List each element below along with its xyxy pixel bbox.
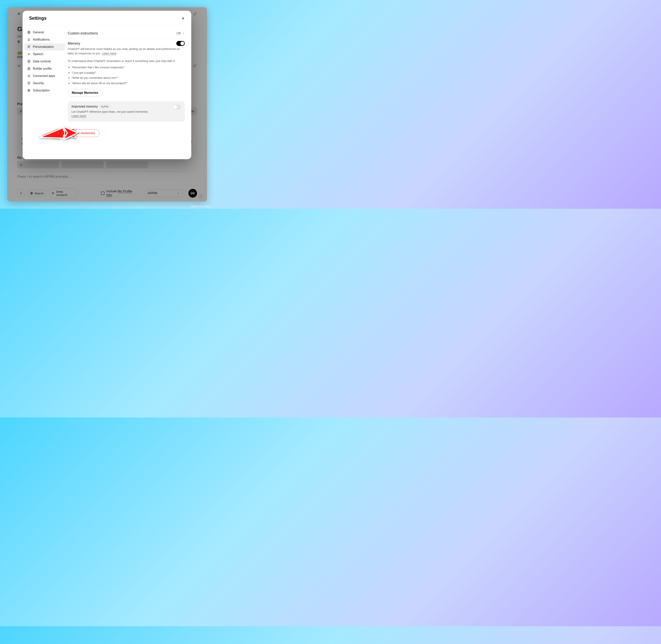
- learn-more-link[interactable]: Learn more: [72, 114, 86, 117]
- sidebar-item-personalization[interactable]: Personalization: [24, 43, 65, 50]
- memory-example: “Remember that I like concise responses.…: [72, 65, 185, 70]
- bell-icon: [27, 38, 31, 41]
- custom-instructions-value: Off: [176, 32, 181, 35]
- sidebar-item-subscription[interactable]: Subscription: [24, 87, 65, 94]
- memory-toggle[interactable]: [176, 41, 185, 46]
- sidebar-item-general[interactable]: General: [24, 29, 65, 36]
- chevron-right-icon: [182, 32, 185, 35]
- sidebar-item-label: General: [33, 31, 44, 34]
- sidebar-item-connected-apps[interactable]: Connected apps: [24, 72, 65, 79]
- svg-point-15: [28, 76, 28, 77]
- memory-example: “Where did we leave off on my last proje…: [72, 80, 185, 86]
- svg-point-17: [29, 83, 29, 83]
- improved-memory-toggle[interactable]: [172, 105, 181, 110]
- sidebar-item-label: Speech: [33, 52, 43, 56]
- svg-marker-21: [40, 128, 65, 138]
- svg-point-7: [28, 32, 29, 33]
- waveform-icon: [27, 52, 31, 56]
- sidebar-item-label: Subscription: [33, 89, 50, 92]
- alpha-badge: ALPHA: [100, 105, 110, 108]
- sidebar-item-notifications[interactable]: Notifications: [24, 36, 65, 43]
- modal-title: Settings: [29, 16, 46, 21]
- gear-icon: [27, 31, 31, 34]
- memory-examples: “Remember that I like concise responses.…: [72, 65, 185, 86]
- annotation-arrow: [38, 122, 78, 143]
- sidebar-item-label: Builder profile: [33, 67, 52, 70]
- svg-point-13: [28, 75, 28, 75]
- memory-label: Memory: [68, 42, 80, 46]
- star-gear-icon: [27, 89, 31, 92]
- apps-icon: [27, 74, 31, 78]
- database-icon: [27, 60, 31, 63]
- improved-memory-card: Improved memory ALPHA Let ChatGPT refere…: [68, 101, 185, 122]
- sidebar-item-label: Data controls: [33, 60, 51, 63]
- id-card-icon: [27, 67, 31, 70]
- sidebar-item-label: Security: [33, 82, 44, 85]
- custom-instructions-label: Custom instructions: [68, 31, 98, 36]
- sidebar-item-label: Personalization: [33, 45, 54, 49]
- svg-marker-22: [63, 126, 77, 140]
- memory-example: “I just got a puppy!”: [72, 70, 185, 75]
- improved-memory-desc: Let ChatGPT reference past chats, not ju…: [72, 110, 170, 118]
- close-button[interactable]: [181, 17, 185, 20]
- sidebar-item-speech[interactable]: Speech: [24, 50, 65, 58]
- sidebar-item-data-controls[interactable]: Data controls: [24, 58, 65, 65]
- manage-memories-button[interactable]: Manage Memories: [68, 89, 102, 97]
- svg-point-8: [28, 46, 29, 47]
- sidebar-item-label: Connected apps: [33, 74, 55, 78]
- learn-more-link[interactable]: Learn more: [102, 52, 117, 55]
- svg-point-14: [29, 75, 30, 75]
- svg-point-12: [29, 68, 29, 69]
- svg-point-9: [29, 46, 30, 46]
- sidebar-item-security[interactable]: Security: [24, 79, 65, 87]
- improved-memory-title: Improved memory: [72, 105, 98, 109]
- memory-example: “What do you remember about me?”: [72, 75, 185, 80]
- memory-description-1: ChatGPT will become more helpful as you …: [68, 47, 185, 56]
- settings-main: Custom instructions Off Memory ChatGPT w…: [67, 25, 191, 159]
- image-credit: ©btibor91 (Tibor Blaho): [191, 206, 211, 208]
- custom-instructions-row[interactable]: Custom instructions Off: [68, 29, 185, 38]
- svg-point-10: [28, 60, 30, 61]
- person-icon: [27, 45, 31, 49]
- shield-icon: [27, 82, 31, 85]
- sidebar-item-builder-profile[interactable]: Builder profile: [24, 65, 65, 72]
- sidebar-item-label: Notifications: [33, 38, 50, 41]
- memory-description-2: To understand what ChatGPT remembers or …: [68, 59, 185, 63]
- svg-point-16: [29, 76, 30, 77]
